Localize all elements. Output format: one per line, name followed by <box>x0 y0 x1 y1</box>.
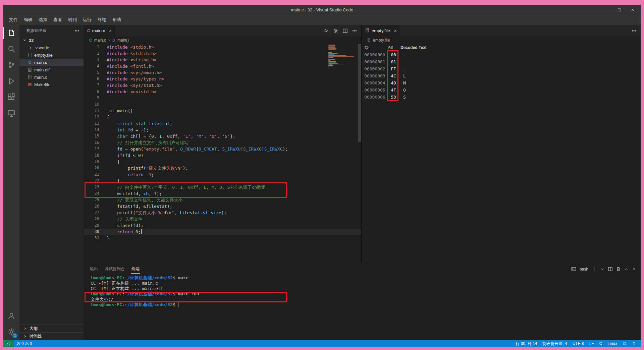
sidebar-more-actions-icon[interactable] <box>73 27 81 35</box>
tab-main-c[interactable]: C main.c × <box>84 25 115 37</box>
tab-close-icon[interactable]: × <box>109 28 112 34</box>
explorer-icon[interactable] <box>3 25 19 41</box>
code-line-23[interactable]: 23 // 向文件中写入7个字节, 0, 1, 0xff, L, M, O, S… <box>84 184 361 190</box>
tree-item-Makefile[interactable]: MMakefile <box>19 81 84 88</box>
status-language-mode[interactable]: C <box>597 340 605 347</box>
code-line-25[interactable]: 25 // 获取文件信息, 比如文件大小 <box>84 197 361 203</box>
hex-row-00000004[interactable]: 000000044DM <box>362 79 641 86</box>
hex-row-00000000[interactable]: 0000000000. <box>362 51 641 58</box>
code-line-21[interactable]: 21 return -1; <box>84 171 361 178</box>
breadcrumb[interactable]: C main.c main() <box>84 37 361 44</box>
menu-item-6[interactable]: 终端 <box>95 16 109 23</box>
tree-item-main.o[interactable]: main.o <box>19 73 84 81</box>
code-line-16[interactable]: 16 // 打开并建立文件,所有用户可读写 <box>84 139 361 146</box>
remote-explorer-icon[interactable] <box>3 105 19 121</box>
code-line-10[interactable]: 10 <box>84 101 361 108</box>
code-line-2[interactable]: 2#include <stdlib.h> <box>84 50 361 57</box>
tab-empty-file[interactable]: empty.file × <box>362 25 400 37</box>
hex-row-00000003[interactable]: 000000034CL <box>362 72 641 79</box>
split-editor-icon[interactable] <box>341 27 349 35</box>
gear-icon[interactable] <box>332 27 340 35</box>
tree-root-folder[interactable]: 32 <box>19 37 84 44</box>
extensions-icon[interactable] <box>3 89 19 105</box>
close-panel-icon[interactable]: × <box>631 266 638 273</box>
code-line-19[interactable]: 19 { <box>84 159 361 165</box>
menu-item-2[interactable]: 选择 <box>36 16 50 23</box>
code-line-9[interactable]: 9 <box>84 95 361 101</box>
code-line-7[interactable]: 7#include <sys/stat.h> <box>84 82 361 89</box>
code-line-27[interactable]: 27 printf("文件大小:%ld\n", filestat.st_size… <box>84 210 361 216</box>
status-encoding[interactable]: UTF-8 <box>570 340 587 347</box>
tree-item-main.c[interactable]: Cmain.c <box>19 59 84 66</box>
code-line-13[interactable]: 13 struct stat filestat; <box>84 120 361 127</box>
menu-item-7[interactable]: 帮助 <box>109 16 124 23</box>
timeline-section[interactable]: 时间线 <box>19 332 84 340</box>
tree-item-empty.file[interactable]: empty.file <box>19 51 84 59</box>
hex-row-00000006[interactable]: 0000000653S <box>362 94 641 101</box>
hex-row-00000005[interactable]: 000000054FO <box>362 86 641 94</box>
status-os-indicator[interactable]: Linux <box>605 340 620 347</box>
kill-terminal-trash-icon[interactable] <box>614 266 622 273</box>
code-line-4[interactable]: 4#include <fcntl.h> <box>84 63 361 69</box>
code-line-15[interactable]: 15 char ch[] = {0, 1, 0xff, 'L', 'M', 'O… <box>84 133 361 139</box>
breadcrumb-file[interactable]: empty.file <box>373 38 390 43</box>
code-line-8[interactable]: 8#include <unistd.h> <box>84 89 361 95</box>
search-icon[interactable] <box>3 41 19 57</box>
code-line-24[interactable]: 24 write(fd, ch, 7); <box>84 190 361 197</box>
code-line-29[interactable]: 29 close(fd); <box>84 222 361 229</box>
menu-item-5[interactable]: 运行 <box>80 16 95 23</box>
hex-row-00000002[interactable]: 00000002FF. <box>362 65 641 72</box>
chevron-down-icon[interactable] <box>598 266 606 273</box>
code-line-17[interactable]: 17 fd = open("empty.file", O_RDWR|O_CREA… <box>84 146 361 152</box>
remote-indicator[interactable] <box>3 340 14 347</box>
run-debug-icon[interactable] <box>3 73 19 89</box>
code-line-1[interactable]: 1#include <stdio.h> <box>84 44 361 50</box>
code-line-20[interactable]: 20 printf("建立文件失败\n"); <box>84 165 361 171</box>
breadcrumb-symbol[interactable]: main() <box>117 38 129 43</box>
feedback-icon[interactable] <box>620 340 629 347</box>
code-line-6[interactable]: 6#include <sys/types.h> <box>84 76 361 82</box>
new-terminal-icon[interactable] <box>590 266 598 273</box>
status-cursor-position[interactable]: 行 30, 列 14 <box>513 340 540 347</box>
code-line-3[interactable]: 3#include <string.h> <box>84 57 361 63</box>
tab-close-icon[interactable]: × <box>394 28 397 34</box>
menu-item-0[interactable]: 文件 <box>6 16 21 23</box>
menu-item-4[interactable]: 转到 <box>65 16 80 23</box>
source-control-icon[interactable] <box>3 57 19 73</box>
status-eol[interactable]: LF <box>587 340 597 347</box>
code-editor[interactable]: 1#include <stdio.h>2#include <stdlib.h>3… <box>84 44 361 263</box>
code-line-11[interactable]: 11int main() <box>84 108 361 114</box>
panel-tab-输出[interactable]: 输出 <box>89 265 99 274</box>
outline-section[interactable]: 大纲 <box>19 325 84 332</box>
minimap[interactable] <box>328 45 357 67</box>
tree-item-main.elf[interactable]: main.elf <box>19 66 84 73</box>
status-tab-size[interactable]: 制表符长度: 4 <box>540 340 570 347</box>
panel-tab-调试控制台[interactable]: 调试控制台 <box>104 265 125 274</box>
problems-indicator[interactable]: 0 0 <box>14 340 34 347</box>
code-line-18[interactable]: 18 if(fd < 0) <box>84 152 361 159</box>
minimize-button[interactable]: ─ <box>599 5 612 15</box>
code-line-31[interactable]: 31} <box>84 235 361 241</box>
more-actions-icon[interactable] <box>351 27 359 35</box>
run-code-button[interactable] <box>322 27 330 35</box>
hex-editor[interactable]: 00 Decoded Text 0000000000.0000000101.00… <box>362 44 641 263</box>
code-line-28[interactable]: 28 // 关闭文件 <box>84 216 361 222</box>
maximize-panel-icon[interactable] <box>623 266 630 273</box>
code-line-30[interactable]: 30 return 0; <box>84 229 361 235</box>
code-line-14[interactable]: 14 int fd = -1; <box>84 127 361 133</box>
account-icon[interactable] <box>3 308 19 324</box>
bell-icon[interactable] <box>629 340 639 347</box>
code-line-5[interactable]: 5#include <sys/mman.h> <box>84 69 361 76</box>
panel-tab-终端[interactable]: 终端 <box>131 265 140 274</box>
breadcrumb-hex[interactable]: empty.file <box>362 37 641 44</box>
close-button[interactable]: × <box>626 5 639 15</box>
tree-item-.vscode[interactable]: .vscode <box>19 44 84 51</box>
editor-scrollbar[interactable] <box>358 44 361 142</box>
code-line-26[interactable]: 26 fstat(fd, &filestat); <box>84 203 361 210</box>
settings-gear-icon[interactable]: 1 <box>3 324 19 340</box>
code-line-12[interactable]: 12{ <box>84 114 361 120</box>
maximize-button[interactable]: □ <box>612 5 626 15</box>
shell-selector[interactable]: bash <box>580 267 588 272</box>
hex-settings-gear-icon[interactable] <box>364 45 370 50</box>
terminal[interactable]: lmos@lmos-PC:~/计算机基础/code/32$ makeCC -[M… <box>84 275 641 340</box>
